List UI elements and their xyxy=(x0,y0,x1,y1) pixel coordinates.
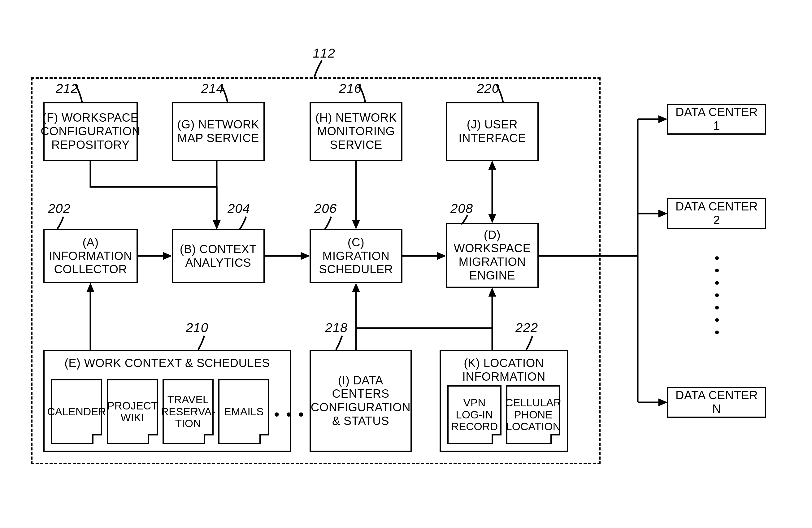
datacenter-2: DATA CENTER 2 xyxy=(667,198,766,229)
arrow-C-to-D xyxy=(403,252,446,262)
block-C-label: (C) MIGRATION SCHEDULER xyxy=(314,236,398,276)
arrow-I-to-D-branch xyxy=(356,326,495,329)
ref-system: 112 xyxy=(313,46,335,61)
doc-wiki: PROJECT WIKI xyxy=(107,379,158,444)
ref-G: 214 xyxy=(201,81,224,96)
block-J: (J) USER INTERFACE xyxy=(446,102,539,161)
tick-system xyxy=(314,60,327,79)
block-B-label: (B) CONTEXT ANALYTICS xyxy=(176,243,260,269)
doc-cell: CELLULAR PHONE LOCATION xyxy=(506,385,560,444)
datacenter-1-label: DATA CENTER 1 xyxy=(671,105,762,132)
svg-marker-10 xyxy=(352,220,360,229)
svg-marker-26 xyxy=(658,210,667,217)
block-D: (D) WORKSPACE MIGRATION ENGINE xyxy=(446,223,539,288)
block-H-label: (H) NETWORK MONITORING SERVICE xyxy=(314,111,398,152)
svg-marker-8 xyxy=(213,220,220,229)
block-G-label: (G) NETWORK MAP SERVICE xyxy=(176,118,260,145)
ref-K: 222 xyxy=(516,320,538,335)
tick-E xyxy=(198,336,211,351)
arrow-G-to-B xyxy=(213,161,222,229)
ref-E: 210 xyxy=(186,320,208,335)
datacenter-vdots xyxy=(715,248,719,343)
block-A-label: (A) INFORMATION COLLECTOR xyxy=(48,236,133,276)
svg-marker-19 xyxy=(489,288,496,296)
block-A: (A) INFORMATION COLLECTOR xyxy=(43,229,138,283)
doc-vpn-label: VPN LOG-IN RECORD xyxy=(450,397,498,433)
arrow-bus-dc2 xyxy=(638,210,667,219)
arrow-bus-dcn xyxy=(638,399,667,408)
svg-marker-15 xyxy=(87,283,94,292)
arrow-J-D-bidir xyxy=(489,161,498,223)
doc-travel: TRAVEL RESERVA-TION xyxy=(162,379,214,444)
block-C: (C) MIGRATION SCHEDULER xyxy=(309,229,403,283)
block-F: (F) WORKSPACE CONFIGURATION REPOSITORY xyxy=(43,102,138,161)
svg-marker-3 xyxy=(301,252,309,260)
tick-I xyxy=(336,336,348,351)
doc-calendar-label: CALENDER xyxy=(47,406,106,418)
ref-D: 208 xyxy=(450,201,473,216)
tick-H xyxy=(359,85,372,102)
arrow-D-to-bus xyxy=(539,252,638,262)
tick-F xyxy=(76,85,88,102)
svg-marker-1 xyxy=(163,252,172,260)
block-I: (I) DATA CENTERS CONFIGURATION & STATUS xyxy=(309,350,412,452)
datacenter-n-label: DATA CENTER N xyxy=(671,389,762,416)
tick-C xyxy=(325,217,337,231)
block-E-label: (E) WORK CONTEXT & SCHEDULES xyxy=(64,356,270,370)
block-F-label: (F) WORKSPACE CONFIGURATION REPOSITORY xyxy=(41,111,140,152)
arrow-I-to-C xyxy=(352,283,362,350)
svg-marker-17 xyxy=(352,283,360,292)
ref-A: 202 xyxy=(48,201,71,216)
svg-marker-12 xyxy=(489,161,496,170)
block-G: (G) NETWORK MAP SERVICE xyxy=(172,102,265,161)
datacenter-n: DATA CENTER N xyxy=(667,387,766,418)
ref-J: 220 xyxy=(477,81,499,96)
tick-D xyxy=(461,215,474,228)
block-J-label: (J) USER INTERFACE xyxy=(450,118,534,145)
arrow-bus-dc1 xyxy=(638,115,667,125)
doc-emails: EMAILS xyxy=(218,379,269,444)
svg-marker-28 xyxy=(658,399,667,406)
svg-marker-13 xyxy=(489,214,496,223)
ref-B: 204 xyxy=(228,201,250,216)
ref-H: 216 xyxy=(339,81,362,96)
block-H: (H) NETWORK MONITORING SERVICE xyxy=(309,102,403,161)
ref-I: 218 xyxy=(325,320,348,335)
block-B: (B) CONTEXT ANALYTICS xyxy=(172,229,265,283)
tick-A xyxy=(57,217,70,231)
svg-marker-5 xyxy=(437,252,446,260)
block-K-label: (K) LOCATION INFORMATION xyxy=(444,356,564,383)
doc-wiki-label: PROJECT WIKI xyxy=(107,400,158,424)
arrow-A-to-B xyxy=(138,252,172,262)
diagram-canvas: 112 (F) WORKSPACE CONFIGURATION REPOSITO… xyxy=(0,0,812,528)
tick-J xyxy=(497,85,509,102)
arrow-F-to-B xyxy=(87,161,223,232)
doc-more: • • • xyxy=(274,406,305,423)
doc-travel-label: TRAVEL RESERVA-TION xyxy=(161,394,216,429)
block-D-label: (D) WORKSPACE MIGRATION ENGINE xyxy=(450,229,534,282)
tick-B xyxy=(240,217,252,231)
arrow-B-to-C xyxy=(265,252,309,262)
arrow-K-to-D xyxy=(489,288,498,350)
doc-vpn: VPN LOG-IN RECORD xyxy=(447,385,502,444)
svg-marker-24 xyxy=(658,115,667,123)
bus-vertical xyxy=(634,116,643,404)
doc-calendar: CALENDER xyxy=(51,379,102,444)
tick-G xyxy=(221,85,234,102)
arrow-H-to-C xyxy=(352,161,362,229)
arrow-E-to-A xyxy=(87,283,96,350)
doc-cell-label: CELLULAR PHONE LOCATION xyxy=(505,397,561,433)
datacenter-2-label: DATA CENTER 2 xyxy=(671,200,762,227)
ref-C: 206 xyxy=(314,201,337,216)
block-I-label: (I) DATA CENTERS CONFIGURATION & STATUS xyxy=(311,374,410,428)
datacenter-1: DATA CENTER 1 xyxy=(667,104,766,135)
doc-emails-label: EMAILS xyxy=(224,406,263,418)
ref-F: 212 xyxy=(56,81,78,96)
tick-K xyxy=(526,336,539,351)
